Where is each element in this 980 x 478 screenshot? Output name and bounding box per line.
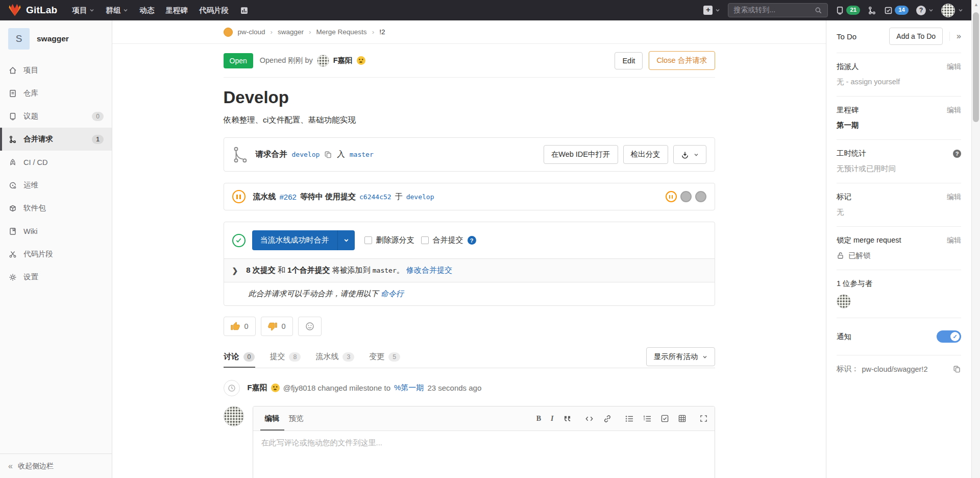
add-reaction-button[interactable] <box>298 317 322 336</box>
thumbs-up-button[interactable]: 0 <box>224 317 256 336</box>
copy-branch-button[interactable] <box>324 151 332 159</box>
stage-created-icon[interactable] <box>680 191 692 202</box>
author-name[interactable]: F嘉阳 <box>333 56 353 65</box>
nav-milestones[interactable]: 里程碑 <box>160 0 193 20</box>
sidebar-item-issues[interactable]: 议题 0 <box>0 105 112 128</box>
milestone-link[interactable]: %第一期 <box>394 383 424 393</box>
scrollbar-thumb[interactable] <box>973 12 979 122</box>
breadcrumb-merge-requests[interactable]: Merge Requests <box>316 28 367 36</box>
squash-commits-checkbox[interactable] <box>421 236 429 244</box>
collapse-sidebar-button[interactable]: « 收起侧边栏 <box>0 453 112 478</box>
time-tracking-section: 工时统计 ? 无预计或已用时间 <box>837 140 961 183</box>
download-dropdown-button[interactable] <box>673 145 706 164</box>
sidebar-item-merge-requests[interactable]: 合并请求 1 <box>0 128 112 151</box>
project-header[interactable]: S swagger <box>0 20 112 59</box>
nav-groups[interactable]: 群组 <box>100 0 134 20</box>
pipeline-id-link[interactable]: #262 <box>280 193 297 201</box>
comment-textarea[interactable] <box>253 431 715 478</box>
checkout-branch-button[interactable]: 检出分支 <box>623 145 668 164</box>
web-ide-button[interactable]: 在Web IDE中打开 <box>544 145 618 164</box>
thumbs-down-button[interactable]: 0 <box>261 317 293 336</box>
assignee-title: 指派人 <box>837 62 859 71</box>
merge-options-caret[interactable] <box>337 230 355 250</box>
sidebar-item-wiki[interactable]: Wiki <box>0 220 112 243</box>
expand-commits-icon[interactable]: ❯ <box>232 267 238 275</box>
help-icon: ? <box>916 6 926 15</box>
sidebar-item-project[interactable]: 项目 <box>0 59 112 82</box>
rocket-icon <box>9 158 17 166</box>
tab-commits[interactable]: 提交 8 <box>269 346 301 368</box>
labels-edit-link[interactable]: 编辑 <box>947 193 961 202</box>
author-avatar[interactable] <box>317 55 329 67</box>
editor-tab-write[interactable]: 编辑 <box>260 407 284 431</box>
merge-requests-shortcut[interactable] <box>868 6 876 15</box>
stage-created-icon[interactable] <box>695 191 706 202</box>
milestone-edit-link[interactable]: 编辑 <box>947 106 961 115</box>
merge-when-pipeline-succeeds-button[interactable]: 当流水线成功时合并 <box>252 230 337 250</box>
bulleted-list-icon[interactable] <box>625 415 633 422</box>
italic-icon[interactable]: I <box>551 415 553 423</box>
nav-projects[interactable]: 项目 <box>66 0 100 20</box>
sidebar-item-snippets[interactable]: 代码片段 <box>0 243 112 266</box>
code-icon[interactable] <box>585 415 594 422</box>
edit-button[interactable]: Edit <box>615 52 643 69</box>
task-list-icon[interactable] <box>661 415 669 422</box>
sidebar-item-cicd[interactable]: CI / CD <box>0 151 112 174</box>
close-mr-button[interactable]: Close 合并请求 <box>649 51 715 70</box>
milestone-value[interactable]: 第一期 <box>837 121 961 130</box>
todos-shortcut[interactable]: 14 <box>884 6 909 15</box>
collapse-right-sidebar-icon[interactable]: » <box>949 32 961 41</box>
nav-snippets[interactable]: 代码片段 <box>193 0 234 20</box>
remove-source-branch-checkbox[interactable] <box>364 236 372 244</box>
note-author[interactable]: F嘉阳 <box>248 383 267 393</box>
issues-shortcut[interactable]: 21 <box>836 6 860 15</box>
source-branch-link[interactable]: develop <box>292 151 320 158</box>
tab-changes[interactable]: 变更 5 <box>369 346 401 368</box>
activity-filter-dropdown[interactable]: 显示所有活动 <box>646 347 715 366</box>
tab-discussion[interactable]: 讨论 0 <box>224 346 256 368</box>
gitlab-logo[interactable]: GitLab <box>8 4 57 17</box>
user-menu[interactable] <box>941 4 963 17</box>
search-icon <box>815 7 822 14</box>
issues-icon <box>836 6 844 15</box>
help-menu[interactable]: ? <box>916 6 934 15</box>
nav-activity[interactable]: 动态 <box>134 0 160 20</box>
link-icon[interactable] <box>603 415 611 423</box>
breadcrumb-project[interactable]: swagger <box>278 28 304 36</box>
lock-edit-link[interactable]: 编辑 <box>947 236 961 245</box>
add-todo-button[interactable]: Add a To Do <box>889 28 943 45</box>
squash-help-icon[interactable]: ? <box>468 236 476 245</box>
command-line-link[interactable]: 命令行 <box>381 289 404 298</box>
editor-tab-preview[interactable]: 预览 <box>284 407 308 431</box>
new-dropdown[interactable]: + <box>703 6 720 15</box>
bold-icon[interactable]: B <box>536 415 541 423</box>
help-icon[interactable]: ? <box>953 150 961 158</box>
notifications-toggle[interactable]: ✓ <box>937 330 961 343</box>
assignee-value[interactable]: 无 - assign yourself <box>837 77 961 87</box>
sidebar-item-settings[interactable]: 设置 <box>0 266 112 289</box>
target-branch-link[interactable]: master <box>350 151 374 158</box>
stage-paused-icon[interactable] <box>666 191 677 202</box>
commit-sha-link[interactable]: c6244c52 <box>359 193 391 201</box>
sidebar-item-repository[interactable]: 仓库 <box>0 82 112 105</box>
global-search-input[interactable]: 搜索或转到... <box>728 3 828 17</box>
gear-icon <box>9 273 17 281</box>
breadcrumb-group[interactable]: pw-cloud <box>238 28 265 36</box>
quote-icon[interactable] <box>564 415 571 422</box>
numbered-list-icon[interactable] <box>643 415 651 422</box>
pipeline-branch-link[interactable]: develop <box>406 193 434 201</box>
file-icon <box>9 89 17 98</box>
modify-merge-commit-link[interactable]: 修改合并提交 <box>406 266 452 274</box>
table-icon[interactable] <box>678 415 686 422</box>
fullscreen-icon[interactable] <box>700 415 707 422</box>
pipeline-paused-icon[interactable] <box>232 190 246 203</box>
scroll-up-arrow[interactable]: ▲ <box>974 2 978 7</box>
assignee-edit-link[interactable]: 编辑 <box>947 62 961 71</box>
sidebar-item-packages[interactable]: 软件包 <box>0 197 112 220</box>
participant-avatar[interactable] <box>837 294 851 308</box>
nav-charts[interactable] <box>234 0 254 20</box>
tab-pipelines[interactable]: 流水线 3 <box>315 346 355 368</box>
sidebar-item-operations[interactable]: 运维 <box>0 174 112 197</box>
page-scrollbar[interactable]: ▲ <box>971 0 980 478</box>
copy-reference-button[interactable] <box>953 365 961 373</box>
